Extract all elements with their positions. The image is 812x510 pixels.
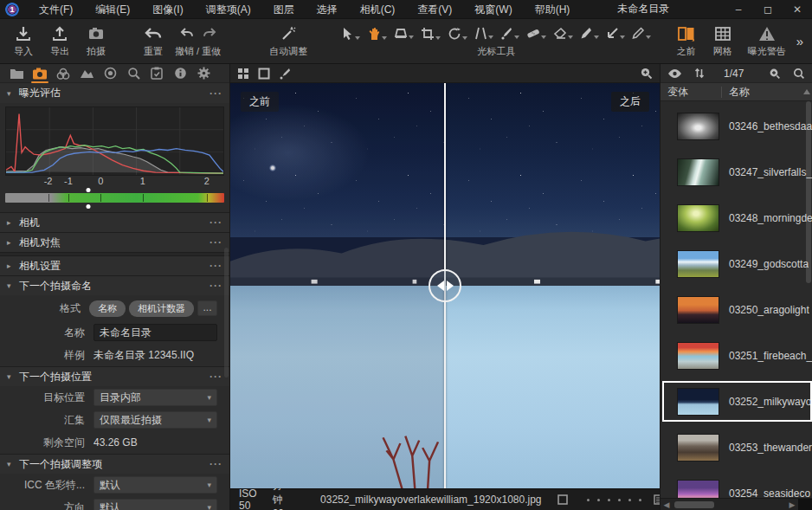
export-button[interactable]: 导出 bbox=[42, 19, 78, 63]
toolbar-overflow-button[interactable]: » bbox=[793, 19, 807, 63]
undo-icon[interactable] bbox=[180, 27, 194, 41]
destination-select[interactable]: 目录内部 ▾ bbox=[93, 389, 217, 406]
section-more-icon[interactable]: ··· bbox=[209, 260, 222, 272]
exposure-warning-button[interactable]: 曝光警告 bbox=[741, 19, 793, 63]
menu-file[interactable]: 文件(F) bbox=[28, 0, 84, 19]
before-after-button[interactable]: 之前 bbox=[668, 19, 705, 63]
list-item[interactable]: 03246_bethesdaa bbox=[661, 103, 812, 149]
section-adjustments-header[interactable]: ▾ 下一个拍摄调整项 ··· bbox=[0, 454, 229, 474]
section-exposure-eval-header[interactable]: ▾ 曝光评估 ··· bbox=[0, 83, 229, 103]
menu-view[interactable]: 查看(V) bbox=[406, 0, 463, 19]
thumbnail-firebeach[interactable] bbox=[678, 343, 719, 369]
thumbnail-godscottage[interactable] bbox=[678, 251, 719, 277]
list-item[interactable]: 03250_aragolight bbox=[661, 287, 812, 332]
collection-select[interactable]: 仅限最近拍摄 ▾ bbox=[93, 411, 217, 429]
cursor-tool-keystone[interactable] bbox=[472, 25, 496, 42]
search-icon[interactable] bbox=[793, 68, 805, 80]
menu-image[interactable]: 图像(I) bbox=[141, 0, 194, 19]
grid-button[interactable]: 网格 bbox=[705, 19, 741, 63]
close-button[interactable]: ✕ bbox=[783, 0, 812, 19]
tab-settings-gear-icon[interactable] bbox=[194, 65, 213, 82]
thumbnail-thewanderer[interactable] bbox=[678, 435, 719, 461]
before-after-viewer[interactable]: 之前 之后 bbox=[230, 83, 660, 488]
menu-edit[interactable]: 编辑(E) bbox=[84, 0, 141, 19]
auto-adjust-button[interactable]: 自动调整 bbox=[262, 19, 314, 63]
cursor-tool-pan[interactable] bbox=[364, 25, 390, 42]
format-token-field[interactable]: 名称 相机计数器 bbox=[89, 300, 194, 317]
token-camera-counter[interactable]: 相机计数器 bbox=[129, 300, 194, 317]
section-more-icon[interactable]: ··· bbox=[209, 458, 222, 470]
menu-help[interactable]: 帮助(H) bbox=[524, 0, 582, 19]
brush-icon[interactable] bbox=[279, 68, 291, 80]
tools-panel-scrollbar[interactable] bbox=[224, 248, 229, 378]
token-name[interactable]: 名称 bbox=[89, 300, 126, 317]
tab-exposure-icon[interactable] bbox=[77, 65, 96, 82]
import-button[interactable]: 导入 bbox=[5, 19, 42, 63]
menu-window[interactable]: 视窗(W) bbox=[463, 0, 523, 19]
scroll-right-icon[interactable]: ▶ bbox=[786, 499, 798, 510]
cursor-tool-crop[interactable] bbox=[418, 25, 443, 42]
split-handle[interactable] bbox=[429, 269, 461, 302]
thumbnail-bethesda[interactable] bbox=[678, 113, 719, 139]
list-item-selected[interactable]: 03252_milkywayo bbox=[661, 378, 812, 424]
cursor-tool-spot-brush[interactable] bbox=[498, 25, 522, 42]
cursor-tool-gradient-mask[interactable] bbox=[603, 25, 628, 42]
thumbnail-silverfalls[interactable] bbox=[678, 159, 719, 185]
cursor-tool-erase[interactable] bbox=[551, 25, 576, 42]
multi-view-icon[interactable] bbox=[237, 68, 249, 80]
section-camera-focus-header[interactable]: ▸ 相机对焦 ··· bbox=[0, 232, 229, 252]
hscroll-thumb[interactable] bbox=[674, 501, 714, 508]
tab-lens-icon[interactable] bbox=[100, 65, 119, 82]
icc-profile-select[interactable]: 默认 ▾ bbox=[93, 476, 217, 494]
eye-icon[interactable] bbox=[667, 68, 682, 79]
name-input[interactable]: 未命名目录 bbox=[93, 324, 217, 341]
section-location-header[interactable]: ▾ 下一个拍摄位置 ··· bbox=[0, 366, 229, 386]
section-naming-header[interactable]: ▾ 下一个拍摄命名 ··· bbox=[0, 275, 229, 295]
menu-layers[interactable]: 图层 bbox=[262, 0, 306, 19]
orientation-select[interactable]: 默认 ▾ bbox=[93, 499, 217, 510]
cursor-tool-loupe[interactable] bbox=[391, 26, 416, 42]
menu-adjustments[interactable]: 调整项(A) bbox=[195, 0, 262, 19]
format-more-button[interactable]: ... bbox=[197, 300, 217, 316]
viewer-zoom-icon[interactable] bbox=[640, 67, 653, 80]
cursor-tool-draw-mask[interactable] bbox=[577, 25, 602, 42]
menu-select[interactable]: 选择 bbox=[306, 0, 349, 19]
list-item[interactable]: 03247_silverfalls_ bbox=[661, 149, 812, 195]
tab-capture-camera-icon[interactable] bbox=[30, 65, 49, 82]
section-more-icon[interactable]: ··· bbox=[209, 216, 222, 229]
list-item[interactable]: 03251_firebeach_ bbox=[661, 332, 812, 378]
list-item[interactable]: 03253_thewander bbox=[661, 424, 812, 470]
section-more-icon[interactable]: ··· bbox=[209, 87, 222, 100]
tab-metadata-info-icon[interactable] bbox=[171, 65, 190, 82]
tab-library-folder-icon[interactable] bbox=[7, 65, 26, 82]
rating-square-icon[interactable] bbox=[557, 494, 568, 505]
maximize-button[interactable]: ◻ bbox=[753, 0, 783, 19]
capture-button[interactable]: 拍摄 bbox=[78, 19, 114, 63]
section-more-icon[interactable]: ··· bbox=[209, 371, 222, 383]
browser-horizontal-scrollbar[interactable]: ◀ ▶ bbox=[661, 498, 812, 510]
section-more-icon[interactable]: ··· bbox=[209, 236, 222, 249]
thumb-zoom-icon[interactable] bbox=[769, 68, 781, 80]
scroll-up-icon[interactable] bbox=[803, 89, 810, 94]
section-more-icon[interactable]: ··· bbox=[209, 280, 222, 292]
column-name[interactable]: 名称 bbox=[722, 85, 750, 100]
section-camera-settings-header[interactable]: ▸ 相机设置 ··· bbox=[0, 255, 229, 275]
thumbnail-morningdew[interactable] bbox=[678, 205, 719, 231]
list-item[interactable]: 03254_seasideco bbox=[661, 470, 812, 498]
column-variant[interactable]: 变体 bbox=[661, 85, 721, 100]
scroll-left-icon[interactable]: ◀ bbox=[661, 499, 673, 510]
exposure-eval-slider[interactable] bbox=[5, 190, 224, 207]
section-camera-header[interactable]: ▸ 相机 ··· bbox=[0, 212, 229, 232]
cursor-tool-rotate[interactable] bbox=[445, 25, 470, 42]
single-view-icon[interactable] bbox=[258, 68, 270, 80]
tab-adjustments-icon[interactable] bbox=[147, 65, 166, 82]
redo-icon[interactable] bbox=[203, 27, 216, 41]
cursor-tool-annotate[interactable] bbox=[629, 25, 654, 42]
tab-color-icon[interactable] bbox=[54, 65, 73, 82]
tab-details-icon[interactable] bbox=[124, 65, 143, 82]
thumbnail-milkyway[interactable] bbox=[678, 389, 719, 415]
minimize-button[interactable]: – bbox=[724, 0, 753, 19]
cursor-tool-heal[interactable] bbox=[524, 25, 549, 42]
app-logo-icon[interactable] bbox=[5, 3, 19, 16]
sort-icon[interactable] bbox=[694, 68, 705, 79]
